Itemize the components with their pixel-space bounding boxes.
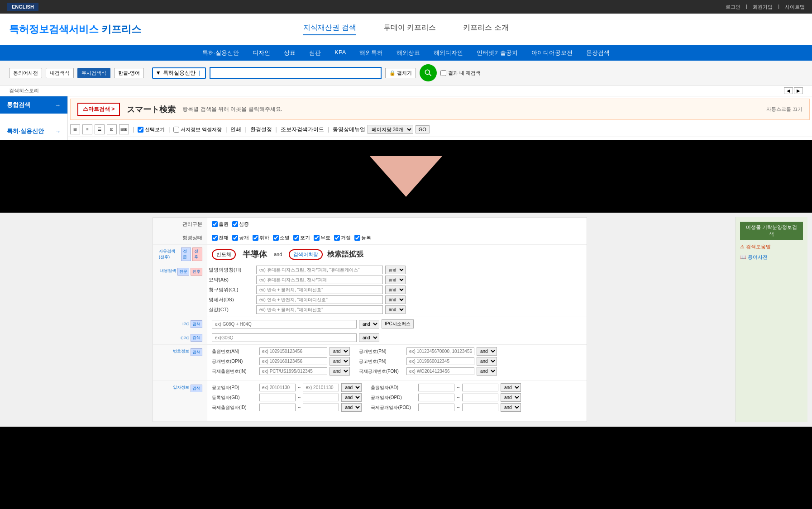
date-and-2[interactable]: andor: [341, 403, 362, 412]
main-search-button[interactable]: [420, 64, 437, 81]
nav-overseas-design[interactable]: 해외디자인: [434, 49, 463, 57]
history-next-btn[interactable]: ▶: [794, 87, 803, 94]
nav-idea[interactable]: 아이디어공모전: [531, 49, 573, 57]
date-from-0[interactable]: [259, 384, 296, 391]
inner-input-0[interactable]: [256, 266, 383, 274]
num-and-4[interactable]: andor: [330, 367, 350, 376]
video-label[interactable]: 동영상메뉴얼: [333, 126, 365, 133]
num-input-4[interactable]: [259, 367, 327, 375]
mgmt-checkbox-1[interactable]: [212, 221, 218, 227]
go-button[interactable]: GO: [416, 125, 430, 133]
excel-save-checkbox[interactable]: [173, 127, 179, 133]
num-input-2[interactable]: [259, 357, 327, 365]
recheck-checkbox[interactable]: [440, 70, 446, 76]
inner-and-2[interactable]: andornot: [385, 285, 406, 294]
sidebar-patent-search[interactable]: 특허·실용신안 →: [0, 123, 67, 140]
status-cb-2[interactable]: [253, 235, 258, 241]
inner-and-0[interactable]: andornot: [385, 266, 406, 274]
term-dict-link[interactable]: 📖 용어사전: [740, 254, 803, 261]
date-from-1[interactable]: [259, 394, 296, 401]
cpc-input[interactable]: [212, 333, 357, 342]
status-cb-7[interactable]: [354, 235, 360, 241]
inner-and-4[interactable]: andornot: [385, 305, 406, 314]
nav-overseas-patent[interactable]: 해외특허: [359, 49, 383, 57]
status-cb-6[interactable]: [334, 235, 340, 241]
date-to-4[interactable]: [462, 394, 498, 401]
num-input-5[interactable]: [406, 367, 474, 375]
nav-design[interactable]: 디자인: [253, 49, 270, 57]
num-and-3[interactable]: andor: [477, 357, 497, 366]
date-from-3[interactable]: [418, 384, 454, 391]
guide-label[interactable]: 조보자검색가이드: [281, 126, 324, 133]
view-icon-2[interactable]: ≡: [82, 124, 92, 134]
status-cb-5[interactable]: [314, 235, 320, 241]
similar-search-btn[interactable]: 유사검색식: [77, 68, 110, 78]
ipc-and-select[interactable]: andornot: [359, 320, 379, 328]
nav-internet-tech[interactable]: 인터넷기술공지: [477, 49, 518, 57]
ipc-thesaurus-btn[interactable]: IPC시소러스: [382, 319, 414, 328]
history-prev-btn[interactable]: ◀: [784, 87, 793, 94]
inner-input-1[interactable]: [256, 276, 383, 284]
status-cb-1[interactable]: [232, 235, 238, 241]
ipc-input[interactable]: [212, 320, 357, 328]
join-link[interactable]: 회원가입: [753, 4, 773, 10]
date-to-3[interactable]: [462, 384, 498, 391]
nav-kpa[interactable]: KPA: [334, 49, 346, 57]
date-from-5[interactable]: [418, 404, 454, 411]
lang-button[interactable]: ENGLISH: [7, 3, 38, 11]
num-and-0[interactable]: andor: [330, 347, 350, 356]
search-category-dropdown[interactable]: ▼ 특허실용신안 |: [152, 67, 206, 79]
date-and-1[interactable]: andor: [341, 393, 362, 402]
date-to-0[interactable]: [303, 384, 339, 391]
num-and-5[interactable]: andor: [477, 367, 497, 376]
date-and-4[interactable]: andor: [501, 393, 521, 402]
synonym-dict-btn[interactable]: 동의어사전: [9, 68, 42, 78]
main-search-input[interactable]: [210, 67, 382, 79]
nav-patent[interactable]: 특허·실용신안: [202, 49, 239, 57]
status-cb-4[interactable]: [293, 235, 299, 241]
select-view-checkbox[interactable]: [138, 127, 143, 133]
num-and-2[interactable]: andor: [330, 357, 350, 366]
date-to-1[interactable]: [303, 394, 339, 401]
mgmt-checkbox-2[interactable]: [232, 221, 238, 227]
nav-ip-search[interactable]: 지식재산권 검색: [303, 23, 356, 35]
date-and-0[interactable]: andor: [341, 383, 362, 392]
date-and-5[interactable]: andor: [501, 403, 521, 412]
search-expand-button[interactable]: 검색어확장: [289, 249, 323, 260]
settings-label[interactable]: 환경설정: [250, 126, 272, 133]
view-icon-1[interactable]: ⊞: [70, 124, 80, 134]
sitemap-link[interactable]: 사이트맵: [785, 4, 805, 10]
nav-trial[interactable]: 심판: [309, 49, 321, 57]
smart-search-button[interactable]: 스마트검색 >: [77, 103, 120, 116]
inner-and-3[interactable]: andornot: [385, 295, 406, 304]
nav-about[interactable]: 키프리스 소개: [463, 23, 508, 35]
login-link[interactable]: 로그인: [726, 4, 740, 10]
num-input-0[interactable]: [259, 347, 327, 355]
view-icon-5[interactable]: ⊞⊞: [119, 124, 129, 134]
status-cb-0[interactable]: [212, 235, 218, 241]
date-to-2[interactable]: [303, 404, 339, 411]
inner-and-1[interactable]: andornot: [385, 276, 406, 284]
expand-btn[interactable]: 🔒 펼치기: [385, 68, 416, 78]
nav-overseas-trademark[interactable]: 해외상표: [396, 49, 420, 57]
microbe-search-btn[interactable]: 미생물 기탁분양정보검색: [740, 222, 803, 240]
nav-trademark[interactable]: 상표: [284, 49, 296, 57]
nav-sentence[interactable]: 문장검색: [586, 49, 610, 57]
num-and-1[interactable]: andor: [477, 347, 497, 356]
inner-input-4[interactable]: [256, 305, 383, 314]
page-size-select[interactable]: 페이지당 30개: [368, 125, 413, 134]
inner-input-2[interactable]: [256, 285, 383, 294]
num-input-3[interactable]: [406, 357, 474, 365]
sidebar-integrated-search[interactable]: 통합검색 →: [0, 96, 67, 114]
search-help-link[interactable]: ⚠ 검색도움말: [740, 243, 803, 250]
date-to-5[interactable]: [462, 404, 498, 411]
view-icon-3[interactable]: ☰: [95, 124, 105, 134]
status-cb-3[interactable]: [273, 235, 279, 241]
view-icon-4[interactable]: ⊡: [107, 124, 117, 134]
korean-english-btn[interactable]: 한글-영어: [114, 68, 144, 78]
cpc-and-select[interactable]: andornot: [359, 333, 379, 342]
num-input-1[interactable]: [406, 347, 474, 355]
my-search-btn[interactable]: 내검색식: [46, 68, 74, 78]
inner-input-3[interactable]: [256, 295, 383, 304]
nav-today[interactable]: 투데이 키프리스: [383, 23, 436, 35]
